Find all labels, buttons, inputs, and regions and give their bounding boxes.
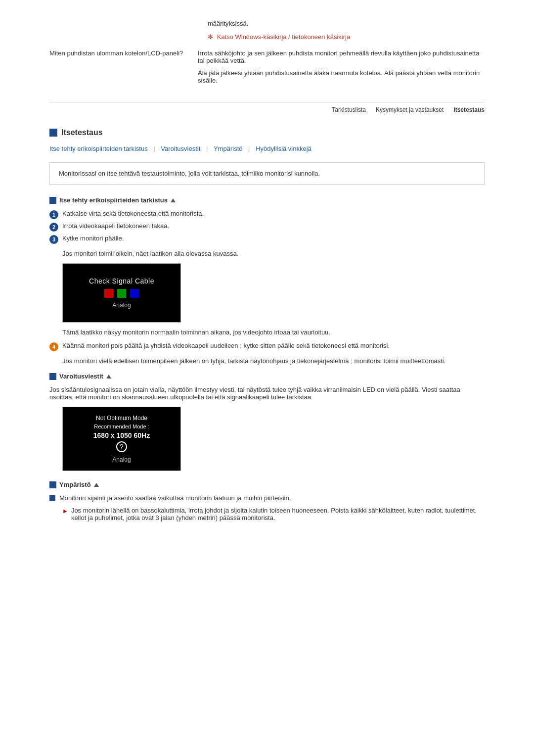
section-title: Itsetestaus [61,128,103,137]
cleaning-label: Miten puhdistan ulomman kotelon/LCD-pane… [49,49,198,89]
signal-analog: Analog [112,302,131,309]
sub-bullet-1: ► Jos monitorin lähellä on bassokaiuttim… [62,507,485,521]
signal-title: Check Signal Cable [89,277,154,285]
not-optimum-analog: Analog [112,456,131,463]
step-4: 4 Käännä monitori pois päältä ja yhdistä… [49,342,485,351]
tab-tarkistuslista[interactable]: Tarkistuslista [332,106,366,113]
green-square [117,289,126,298]
not-optimum-rec: Recommended Mode : [94,424,149,429]
section-icon [49,129,57,137]
badge-4: 4 [49,342,58,351]
self-test-section: Itse tehty erikoispiirteiden tarkistus 1… [49,196,485,365]
badge-1: 1 [49,210,58,219]
ymparisto-header: Ympäristö [49,481,485,488]
red-square [104,289,113,298]
sep2: | [206,145,208,152]
nav-tabs: Tarkistuslista Kysymykset ja vastaukset … [49,102,485,113]
tab-itsetestaus[interactable]: Itsetestaus [453,106,485,113]
step3-note: Jos monitori toimii oikein, näet laatiko… [62,250,485,257]
step-1: 1 Katkaise virta sekä tietokoneesta että… [49,210,485,219]
ymparisto-section: Ympäristö Monitorin sijainti ja asento s… [49,481,485,521]
ymparisto-title: Ympäristö [59,481,91,488]
step-2: 2 Irrota videokaapeli tietokoneen takaa. [49,222,485,232]
cleaning-p2: Älä jätä jälkeesi yhtään puhdistusainett… [198,69,485,84]
tab-kysymykset[interactable]: Kysymykset ja vastaukset [376,106,444,113]
varoitusviestit-header: Varoitusviestit [49,373,485,380]
breadcrumb-nav: Itse tehty erikoispiirteiden tarkistus |… [49,145,485,152]
breadcrumb-link2[interactable]: Varoitusviestit [161,145,200,152]
cleaning-p1: Irrota sähköjohto ja sen jälkeen puhdist… [198,49,485,64]
color-squares [104,289,139,298]
step4-note: Jos monitori vielä edellisen toimenpitee… [62,357,485,365]
section-header: Itsetestaus [49,128,485,137]
blue-square [130,289,139,298]
info-box: Monitorissasi on itse tehtävä testaustoi… [49,162,485,185]
ymparisto-item1-text: Monitorin sijainti ja asento saattaa vai… [59,494,291,502]
sep1: | [153,145,155,152]
step-4-text: Käännä monitori pois päältä ja yhdistä v… [62,342,390,349]
ymparisto-item-1: Monitorin sijainti ja asento saattaa vai… [49,494,485,502]
not-optimum-res: 1680 x 1050 60Hz [93,431,150,439]
ymparisto-triangle [94,483,99,487]
sub-bullet-1-text: Jos monitorin lähellä on bassokaiuttimia… [71,507,485,521]
step-3-text: Kytke monitori päälle. [62,235,124,242]
signal-caption: Tämä laatikko näkyy monitorin normaalin … [62,329,485,336]
not-optimum-box: Not Optimum Mode Recommended Mode : 1680… [62,407,181,471]
intro-text: määrityksissä. [208,20,485,27]
varoitusviestit-title: Varoitusviestit [59,373,103,380]
step-1-text: Katkaise virta sekä tietokoneesta että m… [62,210,204,217]
info-box-text: Monitorissasi on itse tehtävä testaustoi… [59,170,320,177]
varoitusviestit-icon [49,373,56,380]
step-2-text: Irrota videokaapeli tietokoneen takaa. [62,222,169,230]
sub-bullet-list: ► Jos monitorin lähellä on bassokaiuttim… [62,507,485,521]
ymparisto-small-icon [49,495,55,501]
varoitusviestit-section: Varoitusviestit Jos sisääntulosignaaliss… [49,373,485,471]
windows-manual-link[interactable]: Katso Windows-käsikirja / tietokoneen kä… [217,33,351,41]
breadcrumb-link3[interactable]: Ympäristö [214,145,243,152]
varoitus-text: Jos sisääntulosignaalissa on jotain vial… [49,386,485,401]
self-test-header: Itse tehty erikoispiirteiden tarkistus [49,196,485,204]
badge-2: 2 [49,223,58,232]
bullet-arrow-1: ► [62,508,68,515]
badge-3: 3 [49,235,58,244]
varoitusviestit-triangle [106,375,111,378]
step-3: 3 Kytke monitori päälle. [49,235,485,244]
cleaning-content: Irrota sähköjohto ja sen jälkeen puhdist… [198,49,485,89]
page-container: määrityksissä. ✻ Katso Windows-käsikirja… [30,0,504,534]
asterisk-icon: ✻ [208,33,213,41]
sep3: | [248,145,250,152]
ymparisto-list: Monitorin sijainti ja asento saattaa vai… [49,494,485,502]
ymparisto-icon [49,481,56,488]
breadcrumb-link4[interactable]: Hyödyllisiä vinkkejä [256,145,312,152]
step4-list: 4 Käännä monitori pois päältä ja yhdistä… [49,342,485,351]
cleaning-row: Miten puhdistan ulomman kotelon/LCD-pane… [49,49,485,89]
top-section: määrityksissä. ✻ Katso Windows-käsikirja… [49,10,485,102]
breadcrumb-link1[interactable]: Itse tehty erikoispiirteiden tarkistus [49,145,148,152]
not-optimum-title: Not Optimum Mode [96,415,147,422]
signal-cable-box: Check Signal Cable Analog [62,263,181,323]
link-row: ✻ Katso Windows-käsikirja / tietokoneen … [208,33,485,41]
self-test-title: Itse tehty erikoispiirteiden tarkistus [59,196,168,204]
self-test-icon [49,197,56,204]
self-test-triangle [171,198,176,202]
question-mark: ? [116,441,127,452]
steps-list: 1 Katkaise virta sekä tietokoneesta että… [49,210,485,244]
